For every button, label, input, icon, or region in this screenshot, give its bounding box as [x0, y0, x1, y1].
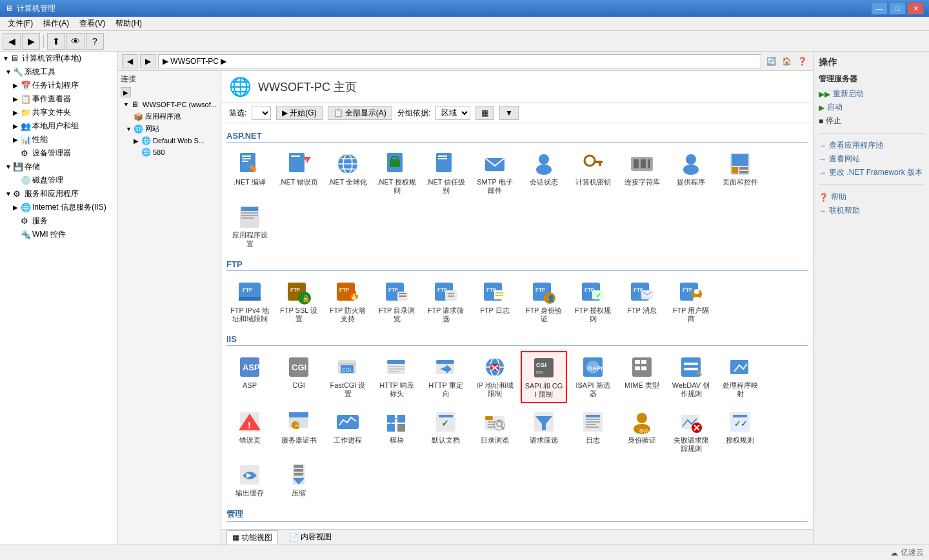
icon-ftp-ssl[interactable]: FTP 🔒 FTP SSL 设置: [275, 276, 322, 326]
icon-modules[interactable]: 模块: [374, 406, 420, 456]
icon-ip-restrict[interactable]: IP 地址和域限制: [472, 351, 518, 403]
help-toolbar-button[interactable]: ?: [86, 33, 104, 50]
icon-worker[interactable]: 工作进程: [325, 406, 371, 456]
action-start[interactable]: ▶ 启动: [819, 101, 924, 114]
icon-server-cert[interactable]: 🔒 服务器证书: [275, 406, 322, 456]
icon-log[interactable]: 日志: [570, 406, 616, 456]
icon-session[interactable]: 会话状态: [521, 148, 567, 198]
filter-showall-button[interactable]: 📋 全部显示(A): [328, 106, 392, 120]
icon-ftp-auth[interactable]: FTP 👤 FTP 身份验证: [521, 276, 567, 326]
conn-tool-btn[interactable]: ▶: [121, 87, 131, 97]
icon-dir-browse[interactable]: 目录浏览: [472, 406, 518, 456]
addr-back-button[interactable]: ◀: [122, 54, 137, 68]
conn-tree-default[interactable]: ▶ 🌐 Default Web S...: [121, 135, 218, 146]
menu-action[interactable]: 操作(A): [38, 17, 74, 30]
menu-file[interactable]: 文件(F): [3, 17, 38, 30]
tree-item-scheduler[interactable]: ▶ 📅 任务计划程序: [0, 79, 117, 92]
tree-item-perf[interactable]: ▶ 📊 性能: [0, 133, 117, 146]
icon-ftp-msg[interactable]: FTP FTP 消息: [619, 276, 665, 326]
forward-button[interactable]: ▶: [22, 33, 40, 50]
view-toggle[interactable]: ▦: [475, 106, 494, 120]
tree-item-shared[interactable]: ▶ 📁 共享文件夹: [0, 106, 117, 119]
menu-help[interactable]: 帮助(H): [110, 17, 147, 30]
icon-sapi-cgi[interactable]: CGI CGI SAPI 和 CGI 限制: [521, 351, 567, 403]
icon-isapi-filter[interactable]: ISAPI ISAPI 筛选器: [570, 351, 616, 403]
tree-item-devmgr[interactable]: ⚙ 设备管理器: [0, 146, 117, 160]
filter-select[interactable]: [252, 106, 271, 120]
icon-net-auth[interactable]: .NET 授权规则: [374, 148, 420, 198]
tab-feature-view[interactable]: ▦ 功能视图: [226, 530, 278, 545]
icon-smtp[interactable]: SMTP 电子邮件: [472, 148, 518, 198]
conn-tree-server[interactable]: ▼ 🖥 WWSOFT-PC (wwsof...: [121, 99, 218, 110]
close-button[interactable]: ✕: [907, 2, 924, 15]
tree-item-wmi[interactable]: 🔩 WMI 控件: [0, 228, 117, 241]
icon-out-cache[interactable]: 输出缓存: [226, 459, 273, 501]
icon-auth[interactable]: 身份 身份验证: [619, 406, 665, 456]
icon-net-compile[interactable]: .NET 编译: [226, 148, 273, 198]
icon-authz-rules[interactable]: ✓✓ 授权规则: [717, 406, 763, 456]
icon-connstring[interactable]: 连接字符库: [619, 148, 665, 198]
action-stop[interactable]: ■ 停止: [819, 114, 924, 128]
icon-pagectrl[interactable]: 页面和控件: [717, 148, 763, 198]
icon-cgi[interactable]: CGI CGI: [275, 351, 322, 403]
tree-item-root[interactable]: ▼ 🖥 计算机管理(本地): [0, 52, 117, 65]
filter-start-button[interactable]: ▶ 开始(G): [276, 106, 322, 120]
icon-net-error[interactable]: ! .NET 错误页: [275, 148, 322, 198]
icon-ftp-user[interactable]: FTP FTP 用户隔商: [668, 276, 714, 326]
icon-compress[interactable]: 压缩: [275, 459, 322, 501]
address-path[interactable]: ▶ WWSOFT-PC ▶: [158, 54, 761, 68]
icon-failed-req[interactable]: 失败请求限踪规则: [668, 406, 714, 456]
tree-item-storage[interactable]: ▼ 💾 存储: [0, 160, 117, 174]
tree-item-eventlog[interactable]: ▶ 📋 事件查看器: [0, 92, 117, 106]
tree-item-system[interactable]: ▼ 🔧 系统工具: [0, 65, 117, 79]
addr-help-icon[interactable]: ❓: [795, 54, 809, 68]
conn-tree-sites[interactable]: ▼ 🌐 网站: [121, 123, 218, 135]
icon-appsettings[interactable]: 应用程序设置: [226, 201, 273, 251]
icon-fastcgi[interactable]: CGI FastCGI 设置: [325, 351, 371, 403]
action-help[interactable]: ❓ 帮助: [819, 190, 924, 204]
tab-content-view[interactable]: 📄 内容视图: [283, 530, 337, 545]
action-restart[interactable]: ▶▶ 重新启动: [819, 87, 924, 101]
icon-net-trust[interactable]: .NET 信任级别: [423, 148, 469, 198]
conn-tree-580[interactable]: 🌐 580: [121, 146, 218, 158]
icon-ftp-browse[interactable]: FTP FTP 目录浏览: [374, 276, 420, 326]
up-button[interactable]: ⬆: [47, 33, 65, 50]
back-button[interactable]: ◀: [3, 33, 21, 50]
addr-home-icon[interactable]: 🏠: [779, 54, 794, 68]
tree-item-services[interactable]: ▼ ⚙ 服务和应用程序: [0, 187, 117, 201]
addr-refresh-icon[interactable]: 🔄: [764, 54, 778, 68]
icon-mime[interactable]: MIME 类型: [619, 351, 665, 403]
groupby-select[interactable]: 区域: [435, 106, 470, 120]
icon-machinekey[interactable]: 计算机密钥: [570, 148, 616, 198]
icon-providers[interactable]: 提供程序: [668, 148, 714, 198]
minimize-button[interactable]: —: [871, 2, 888, 15]
conn-tree-apppool[interactable]: 📦 应用程序池: [121, 110, 218, 123]
icon-ftp-request[interactable]: FTP FTP 请求筛选: [423, 276, 469, 326]
tree-item-iis[interactable]: ▶ 🌐 Internet 信息服务(IIS): [0, 201, 117, 214]
icon-handler[interactable]: 处理程序映射: [717, 351, 763, 403]
icon-req-filter[interactable]: 请求筛选: [521, 406, 567, 456]
action-online-help[interactable]: → 联机帮助: [819, 204, 924, 217]
action-view-apppool[interactable]: → 查看应用程序池: [819, 139, 924, 152]
icon-default-doc[interactable]: ✓ 默认文档: [423, 406, 469, 456]
maximize-button[interactable]: □: [889, 2, 906, 15]
icon-http-header[interactable]: HTTP 响应标头: [374, 351, 420, 403]
menu-view[interactable]: 查看(V): [74, 17, 110, 30]
tree-item-users[interactable]: ▶ 👥 本地用户和组: [0, 119, 117, 133]
addr-forward-button[interactable]: ▶: [140, 54, 155, 68]
view-dropdown[interactable]: ▼: [499, 106, 519, 120]
icon-ftp-authz[interactable]: FTP ✓ FTP 授权规则: [570, 276, 616, 326]
action-view-sites[interactable]: → 查看网站: [819, 152, 924, 166]
icon-net-global[interactable]: .NET 全球化: [325, 148, 371, 198]
icon-webdav[interactable]: ✎ WebDAV 创作规则: [668, 351, 714, 403]
icon-ftp-ipv4[interactable]: FTP FTP IPv4 地址和域限制: [226, 276, 273, 326]
show-hide-button[interactable]: 👁: [66, 33, 85, 50]
icon-asp[interactable]: ASP ASP: [226, 351, 273, 403]
tree-item-diskmgr[interactable]: 💿 磁盘管理: [0, 174, 117, 187]
icon-error-page[interactable]: ! 错误页: [226, 406, 273, 456]
tree-item-svc[interactable]: ⚙ 服务: [0, 214, 117, 228]
icon-ftp-log[interactable]: FTP FTP 日志: [472, 276, 518, 326]
icon-ftp-firewall[interactable]: FTP 🔥 FTP 防火墙支持: [325, 276, 371, 326]
action-change-net[interactable]: → 更改 .NET Framework 版本: [819, 166, 924, 179]
icon-http-redirect[interactable]: HTTP 重定向: [423, 351, 469, 403]
